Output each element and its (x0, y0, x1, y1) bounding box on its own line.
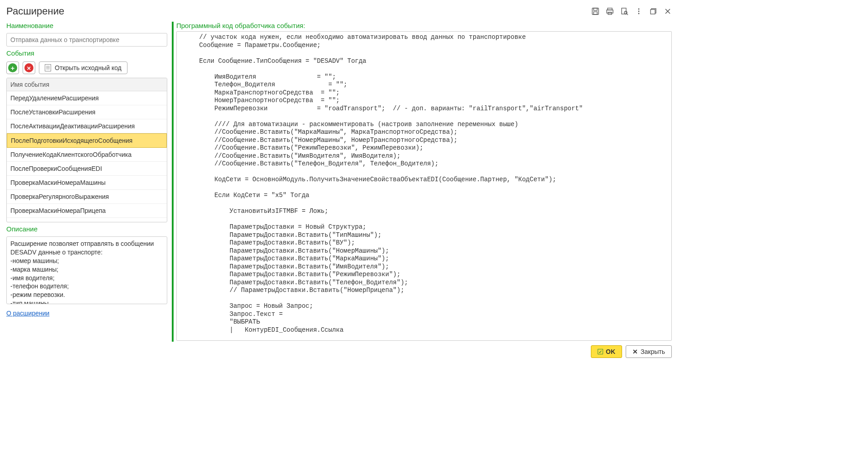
event-row[interactable]: ПолучениеКодаКлиентскогоОбработчика (7, 148, 167, 162)
code-header: Программный код обработчика события: (176, 22, 672, 29)
svg-point-10 (638, 11, 640, 12)
event-row[interactable]: ПередУдалениемРасширения (7, 91, 167, 105)
events-table: Имя события ПередУдалениемРасширенияПосл… (6, 78, 167, 222)
x-icon: ✕ (632, 348, 638, 355)
open-source-button[interactable]: Открыть исходный код (39, 61, 127, 74)
event-row[interactable]: ПослеПодготовкиИсходящегоСообщения (7, 133, 167, 148)
close-label: Закрыть (641, 348, 665, 355)
svg-rect-0 (592, 8, 599, 14)
about-extension-link[interactable]: О расширении (6, 310, 167, 317)
svg-point-9 (638, 9, 640, 10)
svg-line-8 (627, 14, 628, 15)
close-icon[interactable] (664, 7, 672, 15)
events-table-header: Имя события (7, 78, 167, 91)
event-row[interactable]: ПроверкаМаскиНомераМашины (7, 176, 167, 190)
add-event-button[interactable]: + (6, 61, 19, 74)
svg-rect-4 (607, 10, 613, 13)
document-icon (45, 64, 51, 71)
code-editor[interactable]: // участок кода нужен, если необходимо а… (176, 31, 672, 341)
open-source-label: Открыть исходный код (55, 64, 122, 71)
events-list[interactable]: ПередУдалениемРасширенияПослеУстановкиРа… (7, 91, 167, 222)
save-icon[interactable] (591, 7, 599, 15)
event-row[interactable]: ПослеАктивацииДеактивацииРасширения (7, 119, 167, 133)
delete-event-button[interactable]: × (23, 61, 35, 74)
event-row[interactable]: ПослеПроверкиСообщенияEDI (7, 162, 167, 176)
window-restore-icon[interactable] (649, 7, 657, 15)
name-label: Наименование (6, 22, 167, 29)
event-row[interactable]: ПослеУстановкиРасширения (7, 105, 167, 119)
more-icon[interactable] (635, 7, 643, 15)
check-icon: ✓ (598, 349, 603, 354)
svg-rect-2 (594, 12, 597, 14)
ok-label: OK (606, 348, 615, 355)
search-page-icon[interactable] (620, 7, 628, 15)
titlebar: Расширение (6, 4, 672, 22)
close-button[interactable]: ✕ Закрыть (626, 345, 672, 358)
events-header-label: Имя события (10, 81, 163, 88)
svg-point-11 (638, 13, 640, 14)
description-textarea[interactable]: Расширение позволяет отправлять в сообще… (6, 236, 167, 304)
code-content: // участок кода нужен, если необходимо а… (177, 33, 671, 334)
print-icon[interactable] (606, 7, 614, 15)
description-label: Описание (6, 225, 167, 233)
event-row[interactable]: ПроверкаМаскиНомераПрицепа (7, 204, 167, 218)
svg-rect-13 (651, 9, 655, 14)
ok-button[interactable]: ✓ OK (591, 345, 622, 358)
window-title: Расширение (6, 5, 64, 17)
name-input[interactable] (6, 33, 167, 47)
svg-rect-1 (594, 8, 597, 10)
event-row[interactable]: ПроверкаРегулярногоВыражения (7, 190, 167, 204)
events-label: События (6, 49, 167, 57)
